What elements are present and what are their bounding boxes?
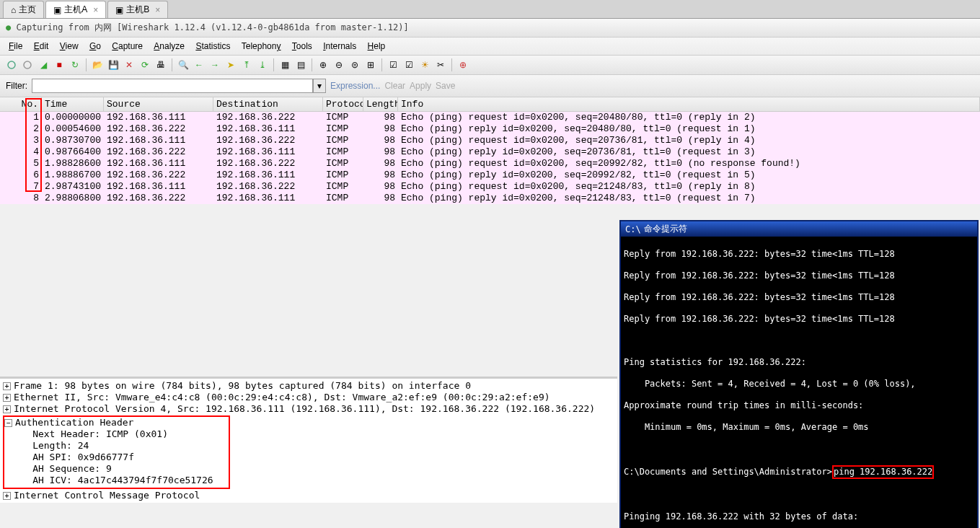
display-filters-icon[interactable]: ☑: [402, 58, 416, 72]
expand-icon[interactable]: +: [3, 394, 11, 402]
packet-row[interactable]: 30.98730700192.168.36.111192.168.36.222I…: [0, 135, 980, 146]
jump-icon[interactable]: ➤: [224, 58, 238, 72]
col-source[interactable]: Source: [104, 97, 213, 111]
packet-row[interactable]: 40.98766400192.168.36.222192.168.36.111I…: [0, 146, 980, 158]
ah-seq[interactable]: AH Sequence: 9: [4, 463, 229, 475]
help-icon[interactable]: ⊕: [456, 58, 470, 72]
coloring-rules-icon[interactable]: ☀: [418, 58, 432, 72]
restart-icon[interactable]: ↻: [68, 58, 82, 72]
reload-icon[interactable]: ⟳: [138, 58, 152, 72]
save-link[interactable]: Save: [436, 81, 455, 91]
ah-next[interactable]: Next Header: ICMP (0x01): [4, 428, 229, 440]
tab-host-b[interactable]: ▣ 主机B ×: [107, 1, 168, 18]
interfaces-icon[interactable]: [4, 58, 19, 72]
cell-time: 2.98806800: [42, 193, 104, 204]
cell-src: 192.168.36.111: [104, 181, 213, 193]
save-icon[interactable]: 💾: [106, 58, 120, 72]
tab-host-a[interactable]: ▣ 主机A ×: [45, 1, 106, 18]
tree-ip[interactable]: +Internet Protocol Version 4, Src: 192.1…: [3, 403, 614, 415]
colorize-icon[interactable]: ▦: [278, 58, 292, 72]
cell-dst: 192.168.36.222: [213, 135, 323, 146]
col-no[interactable]: No.: [0, 97, 42, 111]
expand-icon[interactable]: +: [3, 382, 11, 390]
menu-telephony[interactable]: Telephony: [237, 40, 286, 53]
separator: [86, 58, 87, 71]
tree-frame[interactable]: +Frame 1: 98 bytes on wire (784 bits), 9…: [3, 380, 614, 392]
prefs-icon[interactable]: ✂: [433, 58, 448, 72]
menu-statistics[interactable]: Statistics: [191, 40, 234, 53]
apply-link[interactable]: Apply: [410, 81, 431, 91]
close-icon[interactable]: ×: [155, 5, 160, 15]
ah-len[interactable]: Length: 24: [4, 440, 229, 452]
filter-dropdown[interactable]: ▾: [313, 79, 326, 93]
cmd-body[interactable]: Reply from 192.168.36.222: bytes=32 time…: [621, 237, 977, 528]
back-icon[interactable]: ←: [192, 58, 206, 72]
packet-row[interactable]: 61.98886700192.168.36.222192.168.36.111I…: [0, 170, 980, 181]
svg-point-0: [8, 61, 15, 69]
packet-row[interactable]: 10.00000000192.168.36.111192.168.36.222I…: [0, 112, 980, 123]
cell-proto: ICMP: [323, 193, 363, 204]
menu-bar: File Edit View Go Capture Analyze Statis…: [0, 38, 980, 56]
home-icon: ⌂: [11, 5, 16, 15]
start-icon[interactable]: ◢: [36, 58, 50, 72]
cell-len: 98: [363, 170, 398, 181]
col-length[interactable]: Length: [363, 97, 398, 111]
packet-list: No. Time Source Destination Protocol Len…: [0, 97, 980, 204]
menu-file[interactable]: File: [4, 40, 27, 53]
last-icon[interactable]: ⤓: [255, 58, 270, 72]
ah-icv[interactable]: AH ICV: 4ac17c443794f7f70ce51726: [4, 475, 229, 486]
col-dest[interactable]: Destination: [213, 97, 323, 111]
expression-link[interactable]: Expression...: [330, 81, 380, 91]
options-icon[interactable]: [20, 58, 35, 72]
expand-icon[interactable]: +: [3, 492, 11, 500]
menu-analyze[interactable]: Analyze: [149, 40, 189, 53]
cell-time: 0.98766400: [42, 146, 104, 158]
capture-filters-icon[interactable]: ☑: [386, 58, 400, 72]
forward-icon[interactable]: →: [208, 58, 222, 72]
col-time[interactable]: Time: [42, 97, 104, 111]
tab-home[interactable]: ⌂ 主页: [3, 1, 44, 18]
menu-internals[interactable]: Internals: [319, 40, 361, 53]
stop-icon[interactable]: ■: [52, 58, 66, 72]
cell-proto: ICMP: [323, 170, 363, 181]
find-icon[interactable]: 🔍: [176, 58, 190, 72]
ah-spi[interactable]: AH SPI: 0x9d66777f: [4, 452, 229, 463]
zoomin-icon[interactable]: ⊕: [316, 58, 330, 72]
packet-row[interactable]: 51.98828600192.168.36.111192.168.36.222I…: [0, 158, 980, 170]
menu-go[interactable]: Go: [85, 40, 105, 53]
menu-tools[interactable]: Tools: [288, 40, 317, 53]
cell-no: 2: [0, 123, 42, 135]
menu-view[interactable]: View: [56, 40, 83, 53]
cmd-window: C:\ 命令提示符 Reply from 192.168.36.222: byt…: [619, 220, 979, 528]
print-icon[interactable]: 🖶: [154, 58, 168, 72]
menu-help[interactable]: Help: [363, 40, 390, 53]
tree-ah[interactable]: −Authentication Header: [4, 417, 229, 428]
col-info[interactable]: Info: [398, 97, 980, 111]
menu-edit[interactable]: Edit: [30, 40, 53, 53]
packet-row[interactable]: 82.98806800192.168.36.222192.168.36.111I…: [0, 193, 980, 204]
autoscroll-icon[interactable]: ▤: [293, 58, 308, 72]
menu-capture[interactable]: Capture: [107, 40, 147, 53]
tree-eth[interactable]: +Ethernet II, Src: Vmware_e4:c4:c8 (00:0…: [3, 392, 614, 403]
zoomout-icon[interactable]: ⊖: [332, 58, 346, 72]
clear-link[interactable]: Clear: [384, 81, 405, 91]
zoom100-icon[interactable]: ⊜: [348, 58, 362, 72]
resize-cols-icon[interactable]: ⊞: [363, 58, 378, 72]
cell-src: 192.168.36.222: [104, 170, 213, 181]
open-icon[interactable]: 📂: [90, 58, 105, 72]
packet-row[interactable]: 20.00054600192.168.36.222192.168.36.111I…: [0, 123, 980, 135]
collapse-icon[interactable]: −: [4, 419, 12, 427]
cell-src: 192.168.36.111: [104, 135, 213, 146]
cmd-prompt-line: C:\Documents and Settings\Administrator>…: [624, 465, 974, 479]
close-file-icon[interactable]: ✕: [122, 58, 136, 72]
close-icon[interactable]: ×: [93, 5, 98, 15]
tree-icmp[interactable]: +Internet Control Message Protocol: [3, 490, 614, 501]
filter-input[interactable]: [32, 79, 313, 93]
cmd-icon: C:\: [625, 224, 641, 234]
cmd-titlebar[interactable]: C:\ 命令提示符: [621, 221, 977, 237]
packet-row[interactable]: 72.98743100192.168.36.111192.168.36.222I…: [0, 181, 980, 193]
cmd-line: Reply from 192.168.36.222: bytes=32 time…: [624, 292, 974, 303]
expand-icon[interactable]: +: [3, 405, 11, 413]
col-proto[interactable]: Protocol: [323, 97, 363, 111]
first-icon[interactable]: ⤒: [239, 58, 254, 72]
